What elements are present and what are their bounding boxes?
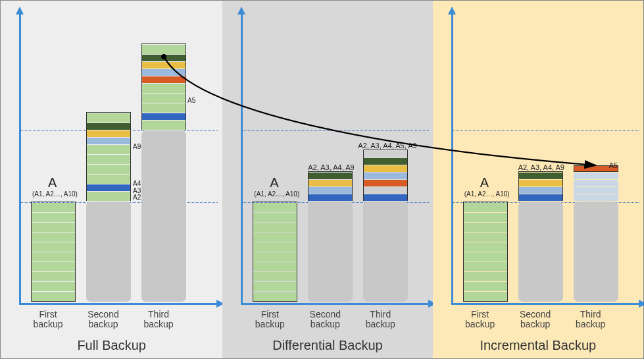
stack-label: A2, A3, A4, A5, A9 bbox=[358, 142, 416, 150]
x-label: Thirdbackup bbox=[131, 308, 186, 329]
x-label: Secondbackup bbox=[297, 308, 353, 329]
x-labels: Firstbackup Secondbackup Thirdbackup bbox=[20, 308, 186, 329]
side-label: A4 bbox=[133, 180, 141, 187]
guideline bbox=[453, 130, 639, 131]
x-axis-icon bbox=[19, 303, 218, 305]
dataset-label-desc: (A1, A2…, A10) bbox=[254, 190, 299, 198]
x-label: Secondbackup bbox=[76, 308, 131, 329]
dataset-label-A: A bbox=[270, 175, 278, 190]
y-axis-icon bbox=[241, 13, 243, 304]
guideline bbox=[242, 130, 429, 131]
panel-title: Full Backup bbox=[1, 338, 222, 353]
bar-incr-third bbox=[574, 165, 618, 302]
bar-diff-second bbox=[308, 171, 353, 302]
bar-full-third bbox=[141, 43, 186, 302]
x-label: Firstbackup bbox=[20, 308, 76, 329]
dataset-label-desc: (A1, A2…, A10) bbox=[464, 190, 510, 198]
bar-diff-third bbox=[363, 150, 408, 302]
x-label: Firstbackup bbox=[453, 308, 508, 329]
x-label: Firstbackup bbox=[242, 308, 297, 329]
bar-incr-second bbox=[518, 171, 563, 302]
x-labels: Firstbackup Secondbackup Thirdbackup bbox=[453, 308, 618, 329]
x-labels: Firstbackup Secondbackup Thirdbackup bbox=[242, 308, 408, 329]
x-label: Thirdbackup bbox=[563, 308, 618, 329]
bar-incr-first bbox=[463, 202, 508, 302]
diagram-container: Total Space occupied A (A1, A2…, A10) A2 bbox=[0, 0, 644, 359]
panel-diff: A (A1, A2…, A10) A2, A3, A4, A9 bbox=[222, 1, 432, 358]
dataset-label-A: A bbox=[48, 175, 57, 190]
bar-diff-first bbox=[253, 202, 297, 302]
y-axis-icon bbox=[19, 13, 21, 304]
side-label: A5 bbox=[187, 97, 195, 104]
side-label: A9 bbox=[133, 143, 141, 150]
side-label: A2 bbox=[133, 194, 141, 201]
dataset-label-A: A bbox=[480, 175, 489, 190]
side-label: A3 bbox=[133, 187, 141, 194]
y-axis-icon bbox=[451, 13, 453, 304]
bar-full-second bbox=[86, 112, 131, 302]
stack-label: A5 bbox=[609, 161, 618, 169]
panel-incr: A (A1, A2…, A10) A2, A3, A4, A9 A5 bbox=[433, 1, 643, 358]
panel-full: A (A1, A2…, A10) A2 A3 A4 A9 bbox=[1, 1, 222, 358]
x-label: Thirdbackup bbox=[353, 308, 408, 329]
panel-title: Differential Backup bbox=[222, 338, 432, 353]
stack-label: A2, A3, A4, A9 bbox=[518, 163, 564, 171]
stack-label: A2, A3, A4, A9 bbox=[308, 163, 354, 171]
x-axis-icon bbox=[241, 303, 430, 305]
x-label: Secondbackup bbox=[508, 308, 563, 329]
dataset-label-desc: (A1, A2…, A10) bbox=[32, 190, 78, 198]
x-axis-icon bbox=[451, 303, 641, 305]
bar-full-first bbox=[31, 202, 76, 302]
panel-title: Incremental Backup bbox=[433, 338, 643, 353]
